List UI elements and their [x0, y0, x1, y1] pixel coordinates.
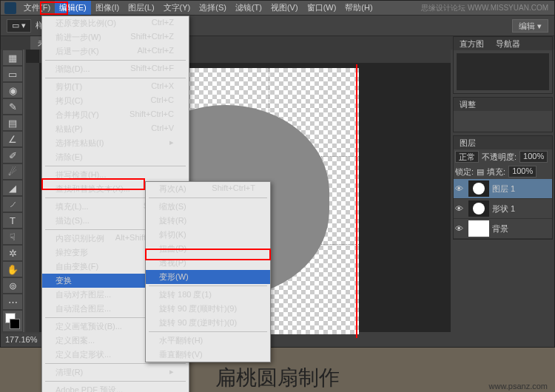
annotation-box	[41, 178, 145, 190]
menu-item: 拷贝(C)Ctrl+C	[42, 94, 189, 108]
histogram	[457, 53, 549, 90]
opacity-input[interactable]: 100%	[519, 151, 548, 163]
layer-thumb	[468, 180, 489, 197]
menu-type[interactable]: 文字(Y)	[159, 1, 195, 15]
menu-item[interactable]: 旋转 90 度(顺时针)(9)	[146, 302, 270, 316]
tool-button[interactable]: ⊚	[2, 277, 23, 294]
menu-image[interactable]: 图像(I)	[91, 1, 124, 15]
panels: 直方图 导航器 调整 图层 正常 不透明度: 100% 锁定: ▤ 填充: 10…	[453, 36, 553, 332]
watermark: 思缘设计论坛 WWW.MISSYUAN.COM	[421, 3, 548, 13]
ruler-vertical	[26, 63, 39, 332]
menu-item[interactable]: 旋转 90 度(逆时针)(0)	[146, 316, 270, 330]
lock-icon[interactable]: ▤	[477, 167, 484, 177]
layers-panel: 图层 正常 不透明度: 100% 锁定: ▤ 填充: 100% 👁 图层 1 👁…	[453, 135, 553, 240]
color-swatches[interactable]	[2, 310, 23, 332]
tool-button[interactable]: ∠	[2, 131, 23, 147]
menu-layer[interactable]: 图层(L)	[124, 1, 158, 15]
menu-select[interactable]: 选择(S)	[195, 1, 231, 15]
workspace-button[interactable]: 编辑 ▾	[512, 19, 548, 33]
menu-item[interactable]: 后退一步(K)Alt+Ctrl+Z	[42, 44, 189, 58]
app-logo	[4, 2, 16, 14]
layer-name: 背景	[492, 223, 508, 234]
menu-item: 剪切(T)Ctrl+X	[42, 80, 189, 94]
visibility-icon[interactable]: 👁	[455, 184, 465, 193]
menu-item: 渐隐(D)...Shift+Ctrl+F	[42, 62, 189, 76]
layer-item[interactable]: 👁 背景	[454, 219, 552, 239]
tool-button[interactable]: ✲	[2, 245, 23, 261]
annotation-box	[40, 1, 68, 15]
menu-item[interactable]: 旋转(R)	[146, 214, 270, 228]
menu-window[interactable]: 窗口(W)	[303, 1, 341, 15]
layer-item[interactable]: 👁 图层 1	[454, 179, 552, 199]
tool-button[interactable]: ⋯	[2, 294, 23, 310]
layer-item[interactable]: 👁 形状 1	[454, 199, 552, 219]
menu-item: 合并拷贝(Y)Shift+Ctrl+C	[42, 108, 189, 122]
adjustments-panel: 调整	[453, 97, 553, 132]
visibility-icon[interactable]: 👁	[455, 224, 465, 233]
tab-adjustments[interactable]: 调整	[454, 98, 482, 111]
menu-item[interactable]: 前进一步(W)Shift+Ctrl+Z	[42, 30, 189, 44]
menu-item[interactable]: 选择性粘贴(I)	[42, 136, 189, 150]
menu-item[interactable]: 变形(W)	[146, 270, 270, 284]
menu-item[interactable]: 旋转 180 度(1)	[146, 288, 270, 302]
tool-preset[interactable]: ▭ ▾	[7, 19, 31, 33]
menu-item: 清除(E)	[42, 150, 189, 164]
blend-mode[interactable]: 正常	[455, 151, 479, 163]
status-bar: 177.16%	[1, 334, 41, 347]
layer-thumb	[468, 200, 489, 217]
annotation-line	[356, 64, 357, 338]
fill-label: 填充:	[487, 166, 505, 178]
tool-button[interactable]: ✎	[2, 98, 23, 115]
tab-navigator[interactable]: 导航器	[490, 37, 526, 50]
menu-item[interactable]: 清理(R)	[42, 365, 189, 379]
layer-name: 图层 1	[492, 183, 515, 195]
tool-button[interactable]: ▤	[2, 115, 23, 131]
menu-item[interactable]: 垂直翻转(V)	[146, 348, 270, 362]
tool-button[interactable]: T	[2, 212, 23, 229]
histogram-panel: 直方图 导航器	[453, 36, 553, 94]
menu-item[interactable]: 水平翻转(H)	[146, 334, 270, 348]
tool-button[interactable]: ◢	[2, 180, 23, 196]
tool-button[interactable]: ◉	[2, 82, 23, 98]
tool-button[interactable]: ☄	[2, 163, 23, 180]
menu-item[interactable]: Adobe PDF 预设...	[42, 383, 189, 392]
tool-button[interactable]: ✐	[2, 147, 23, 163]
menu-help[interactable]: 帮助(H)	[340, 1, 377, 15]
menu-view[interactable]: 视图(V)	[266, 1, 303, 15]
tool-button[interactable]: ▭	[2, 66, 23, 82]
menu-item[interactable]: 缩放(S)	[146, 200, 270, 214]
visibility-icon[interactable]: 👁	[455, 204, 465, 213]
fill-input[interactable]: 100%	[508, 166, 536, 178]
layer-name: 形状 1	[492, 203, 515, 214]
toolbox: ▦▭◉✎▤∠✐☄◢⟋T☟✲✋⊚⋯	[2, 50, 24, 332]
tool-button[interactable]: ⟋	[2, 196, 23, 212]
tab-layers[interactable]: 图层	[454, 136, 482, 149]
tool-button[interactable]: ✋	[2, 261, 23, 277]
opacity-label: 不透明度:	[482, 152, 517, 163]
menu-item[interactable]: 还原变换比例(O)Ctrl+Z	[42, 16, 189, 30]
tool-button[interactable]: ▦	[2, 50, 23, 66]
menu-item[interactable]: 粘贴(P)Ctrl+V	[42, 122, 189, 136]
watermark-bottom: www.psanz.com	[489, 382, 548, 391]
tool-button[interactable]: ☟	[2, 229, 23, 245]
annotation-box	[145, 249, 271, 260]
transform-submenu: 再次(A)Shift+Ctrl+T缩放(S)旋转(R)斜切(K)扭曲(D)透视(…	[145, 181, 271, 362]
menu-item[interactable]: 斜切(K)	[146, 228, 270, 242]
lock-label: 锁定:	[455, 166, 474, 178]
tab-histogram[interactable]: 直方图	[454, 37, 490, 50]
menu-filter[interactable]: 滤镜(T)	[231, 1, 266, 15]
layer-thumb	[468, 220, 489, 237]
menu-item: 再次(A)Shift+Ctrl+T	[146, 182, 270, 196]
